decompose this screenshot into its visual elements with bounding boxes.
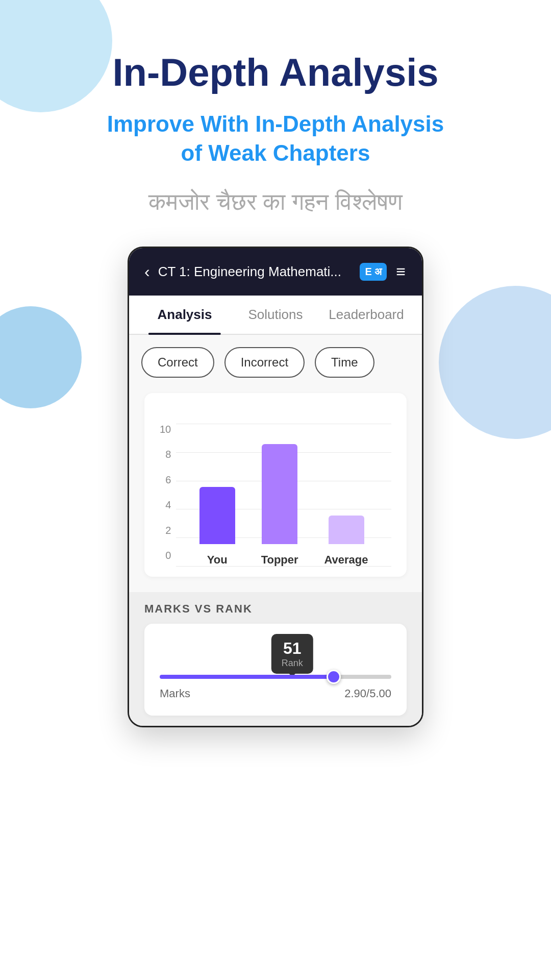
bar-you [199,487,235,544]
bar-group-average: Average [324,516,368,567]
marks-label: Marks [160,687,190,700]
main-title: In-Depth Analysis [112,51,438,94]
slider-container [160,675,391,679]
bar-group-topper: Topper [261,444,298,567]
slider-thumb[interactable] [327,670,341,684]
rank-tooltip: 51 Rank [271,634,313,674]
hindi-subtitle: कमजोर चैछर का गहन विश्लेषण [148,188,403,216]
bar-label-average: Average [324,553,368,567]
book-icon-label: E अ [365,266,382,278]
back-button[interactable]: ‹ [144,262,150,281]
rank-number: 51 [282,639,303,658]
marks-rank-section: MARKS VS RANK 51 Rank Marks 2.90/5.00 [129,592,422,726]
sub-title: Improve With In-Depth Analysis of Weak C… [77,109,475,167]
marks-value: 2.90/5.00 [344,687,391,700]
tab-solutions[interactable]: Solutions [230,296,321,334]
tab-bar: Analysis Solutions Leaderboard [129,296,422,335]
bar-label-you: You [207,553,228,567]
phone-header: ‹ CT 1: Engineering Mathemati... E अ ≡ [129,248,422,296]
header-icons: E अ ≡ [360,262,407,281]
book-icon[interactable]: E अ [360,263,387,281]
marks-row: Marks 2.90/5.00 [160,687,391,700]
y-label-4: 4 [160,499,171,511]
y-label-2: 2 [160,525,171,536]
bar-group-you: You [199,487,235,567]
marks-rank-title: MARKS VS RANK [144,602,407,616]
marks-rank-card: 51 Rank Marks 2.90/5.00 [144,624,407,716]
filter-time[interactable]: Time [315,347,374,378]
menu-icon[interactable]: ≡ [396,262,407,281]
bars-area: You Topper Average [176,424,391,567]
bar-chart-card: 10 8 6 4 2 0 [144,393,407,577]
bar-average [329,516,364,544]
chart-container: 10 8 6 4 2 0 [129,383,422,592]
filter-buttons: Correct Incorrect Time [129,335,422,383]
y-label-6: 6 [160,474,171,486]
slider-track[interactable] [160,675,391,679]
y-axis: 10 8 6 4 2 0 [160,424,171,567]
y-label-10: 10 [160,424,171,435]
phone-mockup: ‹ CT 1: Engineering Mathemati... E अ ≡ A… [128,247,423,727]
rank-label: Rank [282,658,303,668]
chart-inner: You Topper Average [176,424,391,567]
bar-label-topper: Topper [261,553,298,567]
bar-chart: 10 8 6 4 2 0 [160,403,391,567]
filter-incorrect[interactable]: Incorrect [224,347,305,378]
bar-topper [262,444,297,544]
screen-title: CT 1: Engineering Mathemati... [158,264,352,280]
tab-analysis[interactable]: Analysis [139,296,230,334]
filter-correct[interactable]: Correct [141,347,214,378]
tab-leaderboard[interactable]: Leaderboard [321,296,412,334]
y-label-0: 0 [160,550,171,561]
y-label-8: 8 [160,449,171,460]
